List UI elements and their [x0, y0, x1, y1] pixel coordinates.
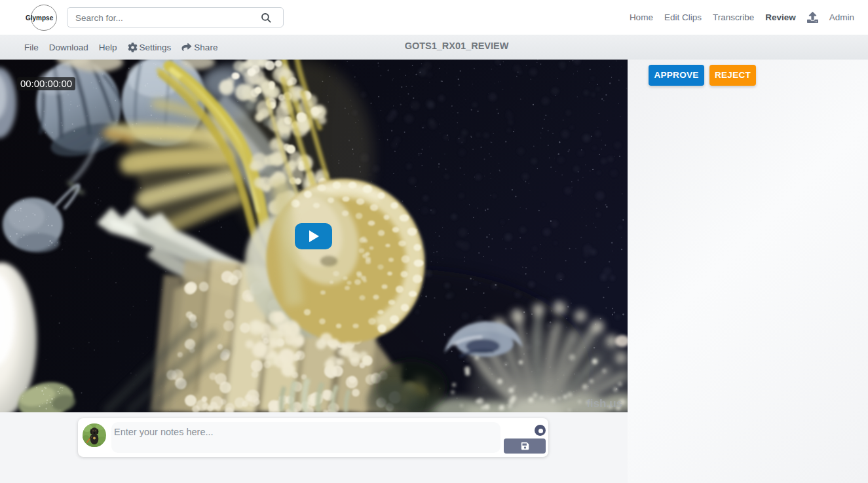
svg-text:fish.us: fish.us [586, 397, 622, 410]
